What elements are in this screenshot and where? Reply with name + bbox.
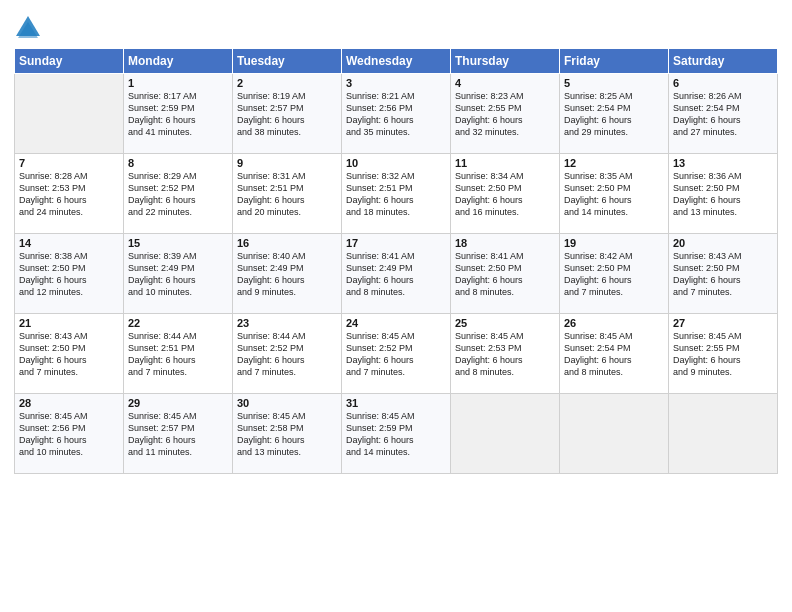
day-info: Sunrise: 8:31 AM Sunset: 2:51 PM Dayligh… xyxy=(237,170,337,219)
day-info: Sunrise: 8:32 AM Sunset: 2:51 PM Dayligh… xyxy=(346,170,446,219)
calendar-cell: 21Sunrise: 8:43 AM Sunset: 2:50 PM Dayli… xyxy=(15,314,124,394)
day-info: Sunrise: 8:35 AM Sunset: 2:50 PM Dayligh… xyxy=(564,170,664,219)
calendar-cell: 2Sunrise: 8:19 AM Sunset: 2:57 PM Daylig… xyxy=(233,74,342,154)
calendar-cell: 29Sunrise: 8:45 AM Sunset: 2:57 PM Dayli… xyxy=(124,394,233,474)
day-number: 23 xyxy=(237,317,337,329)
day-info: Sunrise: 8:45 AM Sunset: 2:58 PM Dayligh… xyxy=(237,410,337,459)
day-number: 8 xyxy=(128,157,228,169)
day-info: Sunrise: 8:17 AM Sunset: 2:59 PM Dayligh… xyxy=(128,90,228,139)
calendar-cell: 10Sunrise: 8:32 AM Sunset: 2:51 PM Dayli… xyxy=(342,154,451,234)
calendar-cell: 22Sunrise: 8:44 AM Sunset: 2:51 PM Dayli… xyxy=(124,314,233,394)
day-number: 28 xyxy=(19,397,119,409)
day-number: 20 xyxy=(673,237,773,249)
day-info: Sunrise: 8:43 AM Sunset: 2:50 PM Dayligh… xyxy=(19,330,119,379)
day-info: Sunrise: 8:45 AM Sunset: 2:55 PM Dayligh… xyxy=(673,330,773,379)
day-number: 1 xyxy=(128,77,228,89)
calendar-cell: 25Sunrise: 8:45 AM Sunset: 2:53 PM Dayli… xyxy=(451,314,560,394)
calendar-cell: 24Sunrise: 8:45 AM Sunset: 2:52 PM Dayli… xyxy=(342,314,451,394)
weekday-header: Saturday xyxy=(669,49,778,74)
day-info: Sunrise: 8:45 AM Sunset: 2:52 PM Dayligh… xyxy=(346,330,446,379)
logo-icon xyxy=(14,14,42,42)
day-number: 9 xyxy=(237,157,337,169)
day-info: Sunrise: 8:26 AM Sunset: 2:54 PM Dayligh… xyxy=(673,90,773,139)
calendar-cell xyxy=(15,74,124,154)
day-number: 25 xyxy=(455,317,555,329)
calendar-cell: 27Sunrise: 8:45 AM Sunset: 2:55 PM Dayli… xyxy=(669,314,778,394)
day-number: 12 xyxy=(564,157,664,169)
day-info: Sunrise: 8:42 AM Sunset: 2:50 PM Dayligh… xyxy=(564,250,664,299)
day-info: Sunrise: 8:40 AM Sunset: 2:49 PM Dayligh… xyxy=(237,250,337,299)
day-number: 3 xyxy=(346,77,446,89)
day-number: 26 xyxy=(564,317,664,329)
calendar-cell: 18Sunrise: 8:41 AM Sunset: 2:50 PM Dayli… xyxy=(451,234,560,314)
day-info: Sunrise: 8:23 AM Sunset: 2:55 PM Dayligh… xyxy=(455,90,555,139)
calendar-cell: 16Sunrise: 8:40 AM Sunset: 2:49 PM Dayli… xyxy=(233,234,342,314)
day-number: 13 xyxy=(673,157,773,169)
day-number: 18 xyxy=(455,237,555,249)
day-number: 27 xyxy=(673,317,773,329)
calendar-cell: 26Sunrise: 8:45 AM Sunset: 2:54 PM Dayli… xyxy=(560,314,669,394)
day-number: 30 xyxy=(237,397,337,409)
day-info: Sunrise: 8:41 AM Sunset: 2:50 PM Dayligh… xyxy=(455,250,555,299)
calendar-cell: 8Sunrise: 8:29 AM Sunset: 2:52 PM Daylig… xyxy=(124,154,233,234)
day-info: Sunrise: 8:45 AM Sunset: 2:54 PM Dayligh… xyxy=(564,330,664,379)
day-number: 2 xyxy=(237,77,337,89)
calendar-cell: 11Sunrise: 8:34 AM Sunset: 2:50 PM Dayli… xyxy=(451,154,560,234)
calendar-cell: 14Sunrise: 8:38 AM Sunset: 2:50 PM Dayli… xyxy=(15,234,124,314)
day-info: Sunrise: 8:44 AM Sunset: 2:51 PM Dayligh… xyxy=(128,330,228,379)
day-info: Sunrise: 8:44 AM Sunset: 2:52 PM Dayligh… xyxy=(237,330,337,379)
day-info: Sunrise: 8:25 AM Sunset: 2:54 PM Dayligh… xyxy=(564,90,664,139)
day-number: 7 xyxy=(19,157,119,169)
calendar-cell: 7Sunrise: 8:28 AM Sunset: 2:53 PM Daylig… xyxy=(15,154,124,234)
calendar-cell: 5Sunrise: 8:25 AM Sunset: 2:54 PM Daylig… xyxy=(560,74,669,154)
day-info: Sunrise: 8:39 AM Sunset: 2:49 PM Dayligh… xyxy=(128,250,228,299)
weekday-header: Sunday xyxy=(15,49,124,74)
calendar-cell: 17Sunrise: 8:41 AM Sunset: 2:49 PM Dayli… xyxy=(342,234,451,314)
calendar-cell: 4Sunrise: 8:23 AM Sunset: 2:55 PM Daylig… xyxy=(451,74,560,154)
calendar-cell: 15Sunrise: 8:39 AM Sunset: 2:49 PM Dayli… xyxy=(124,234,233,314)
calendar-cell: 19Sunrise: 8:42 AM Sunset: 2:50 PM Dayli… xyxy=(560,234,669,314)
day-info: Sunrise: 8:45 AM Sunset: 2:56 PM Dayligh… xyxy=(19,410,119,459)
calendar-cell: 12Sunrise: 8:35 AM Sunset: 2:50 PM Dayli… xyxy=(560,154,669,234)
calendar-cell xyxy=(669,394,778,474)
day-number: 6 xyxy=(673,77,773,89)
calendar-cell xyxy=(451,394,560,474)
day-number: 16 xyxy=(237,237,337,249)
calendar-cell: 23Sunrise: 8:44 AM Sunset: 2:52 PM Dayli… xyxy=(233,314,342,394)
calendar-cell: 3Sunrise: 8:21 AM Sunset: 2:56 PM Daylig… xyxy=(342,74,451,154)
calendar-cell xyxy=(560,394,669,474)
day-number: 24 xyxy=(346,317,446,329)
weekday-header: Thursday xyxy=(451,49,560,74)
day-info: Sunrise: 8:45 AM Sunset: 2:59 PM Dayligh… xyxy=(346,410,446,459)
day-info: Sunrise: 8:36 AM Sunset: 2:50 PM Dayligh… xyxy=(673,170,773,219)
day-number: 15 xyxy=(128,237,228,249)
calendar-cell: 9Sunrise: 8:31 AM Sunset: 2:51 PM Daylig… xyxy=(233,154,342,234)
weekday-header: Wednesday xyxy=(342,49,451,74)
day-number: 5 xyxy=(564,77,664,89)
day-info: Sunrise: 8:43 AM Sunset: 2:50 PM Dayligh… xyxy=(673,250,773,299)
day-number: 29 xyxy=(128,397,228,409)
header xyxy=(14,10,778,42)
day-info: Sunrise: 8:34 AM Sunset: 2:50 PM Dayligh… xyxy=(455,170,555,219)
calendar-table: SundayMondayTuesdayWednesdayThursdayFrid… xyxy=(14,48,778,474)
day-number: 19 xyxy=(564,237,664,249)
weekday-header: Friday xyxy=(560,49,669,74)
day-number: 14 xyxy=(19,237,119,249)
day-number: 21 xyxy=(19,317,119,329)
day-number: 10 xyxy=(346,157,446,169)
day-info: Sunrise: 8:38 AM Sunset: 2:50 PM Dayligh… xyxy=(19,250,119,299)
page-container: SundayMondayTuesdayWednesdayThursdayFrid… xyxy=(0,0,792,480)
day-info: Sunrise: 8:41 AM Sunset: 2:49 PM Dayligh… xyxy=(346,250,446,299)
calendar-cell: 13Sunrise: 8:36 AM Sunset: 2:50 PM Dayli… xyxy=(669,154,778,234)
day-number: 17 xyxy=(346,237,446,249)
calendar-cell: 31Sunrise: 8:45 AM Sunset: 2:59 PM Dayli… xyxy=(342,394,451,474)
day-info: Sunrise: 8:45 AM Sunset: 2:57 PM Dayligh… xyxy=(128,410,228,459)
day-number: 11 xyxy=(455,157,555,169)
calendar-cell: 30Sunrise: 8:45 AM Sunset: 2:58 PM Dayli… xyxy=(233,394,342,474)
calendar-cell: 1Sunrise: 8:17 AM Sunset: 2:59 PM Daylig… xyxy=(124,74,233,154)
weekday-header: Tuesday xyxy=(233,49,342,74)
day-info: Sunrise: 8:19 AM Sunset: 2:57 PM Dayligh… xyxy=(237,90,337,139)
day-info: Sunrise: 8:45 AM Sunset: 2:53 PM Dayligh… xyxy=(455,330,555,379)
weekday-header: Monday xyxy=(124,49,233,74)
calendar-cell: 20Sunrise: 8:43 AM Sunset: 2:50 PM Dayli… xyxy=(669,234,778,314)
